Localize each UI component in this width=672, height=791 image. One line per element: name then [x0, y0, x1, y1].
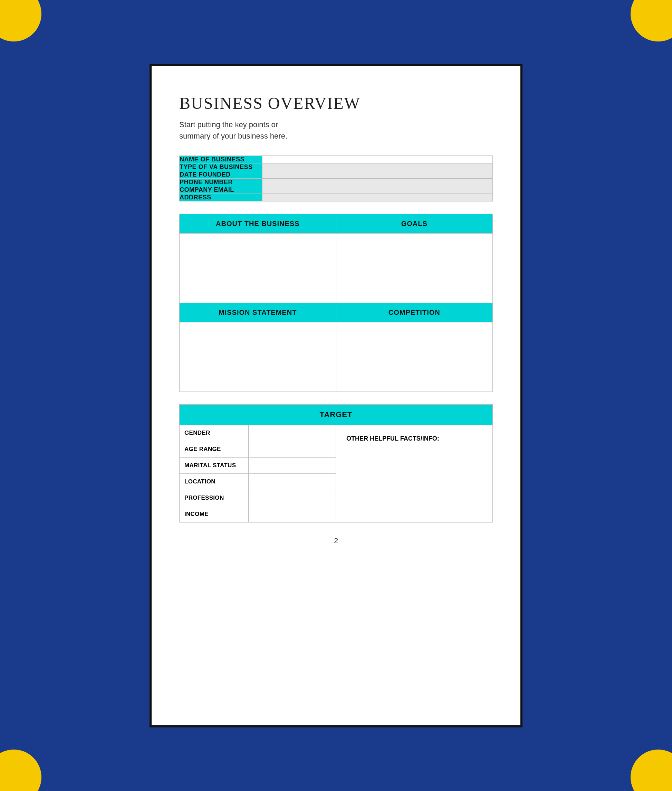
corner-decoration-bl: [0, 749, 42, 791]
info-row: NAME OF BUSINESS: [179, 156, 493, 163]
target-section: TARGET GENDERAGE RANGEMARITAL STATUSLOCA…: [179, 404, 493, 523]
section-header: COMPETITION: [336, 303, 493, 322]
section-body[interactable]: [336, 322, 493, 391]
info-value[interactable]: [262, 178, 493, 186]
target-row-value[interactable]: [249, 441, 336, 457]
target-row-value[interactable]: [249, 457, 336, 473]
section-body[interactable]: [336, 234, 493, 303]
target-row: GENDER: [179, 425, 336, 441]
target-row: PROFESSION: [179, 490, 336, 506]
target-row-label: AGE RANGE: [179, 441, 249, 457]
info-value[interactable]: [262, 194, 493, 201]
section-cell: MISSION STATEMENT: [179, 303, 336, 391]
target-row: MARITAL STATUS: [179, 457, 336, 474]
info-label: PHONE NUMBER: [179, 178, 262, 186]
info-label: COMPANY EMAIL: [179, 186, 262, 194]
section-body[interactable]: [179, 234, 336, 303]
section-cell: COMPETITION: [336, 303, 493, 391]
target-row-value[interactable]: [249, 425, 336, 441]
info-row: TYPE OF VA BUSINESS: [179, 163, 493, 171]
target-row-label: GENDER: [179, 425, 249, 441]
sections-grid: ABOUT THE BUSINESSGOALSMISSION STATEMENT…: [179, 214, 493, 392]
target-right-label: OTHER HELPFUL FACTS/INFO:: [342, 431, 487, 447]
target-row-label: LOCATION: [179, 474, 249, 490]
target-row: LOCATION: [179, 474, 336, 490]
page-subtitle: Start putting the key points or summary …: [179, 119, 493, 142]
info-label: NAME OF BUSINESS: [179, 156, 262, 163]
section-cell: ABOUT THE BUSINESS: [179, 214, 336, 303]
page-title: BUSINESS OVERVIEW: [179, 94, 493, 113]
corner-decoration-tr: [630, 0, 672, 42]
target-row-value[interactable]: [249, 490, 336, 506]
corner-decoration-tl: [0, 0, 42, 42]
target-left-column: GENDERAGE RANGEMARITAL STATUSLOCATIONPRO…: [179, 425, 336, 522]
info-table: NAME OF BUSINESSTYPE OF VA BUSINESSDATE …: [179, 156, 493, 201]
info-value[interactable]: [262, 156, 493, 163]
target-row: AGE RANGE: [179, 441, 336, 457]
section-body[interactable]: [179, 322, 336, 391]
section-row: MISSION STATEMENTCOMPETITION: [179, 303, 493, 391]
info-value[interactable]: [262, 186, 493, 194]
target-row-label: PROFESSION: [179, 490, 249, 506]
info-label: ADDRESS: [179, 194, 262, 201]
section-cell: GOALS: [336, 214, 493, 303]
section-header: ABOUT THE BUSINESS: [179, 214, 336, 234]
section-row: ABOUT THE BUSINESSGOALS: [179, 214, 493, 303]
info-row: DATE FOUNDED: [179, 171, 493, 178]
target-row: INCOME: [179, 506, 336, 522]
target-right-column: OTHER HELPFUL FACTS/INFO:: [336, 425, 493, 522]
info-value[interactable]: [262, 163, 493, 171]
target-row-value[interactable]: [249, 474, 336, 490]
info-label: DATE FOUNDED: [179, 171, 262, 178]
target-row-label: INCOME: [179, 506, 249, 522]
corner-decoration-br: [630, 749, 672, 791]
info-row: ADDRESS: [179, 194, 493, 201]
info-row: PHONE NUMBER: [179, 178, 493, 186]
target-row-label: MARITAL STATUS: [179, 457, 249, 473]
target-header: TARGET: [179, 405, 493, 425]
page-number: 2: [179, 536, 493, 545]
target-row-value[interactable]: [249, 506, 336, 522]
section-header: MISSION STATEMENT: [179, 303, 336, 322]
document: BUSINESS OVERVIEW Start putting the key …: [150, 64, 522, 727]
target-body: GENDERAGE RANGEMARITAL STATUSLOCATIONPRO…: [179, 425, 493, 522]
info-value[interactable]: [262, 171, 493, 178]
info-row: COMPANY EMAIL: [179, 186, 493, 194]
info-label: TYPE OF VA BUSINESS: [179, 163, 262, 171]
section-header: GOALS: [336, 214, 493, 234]
